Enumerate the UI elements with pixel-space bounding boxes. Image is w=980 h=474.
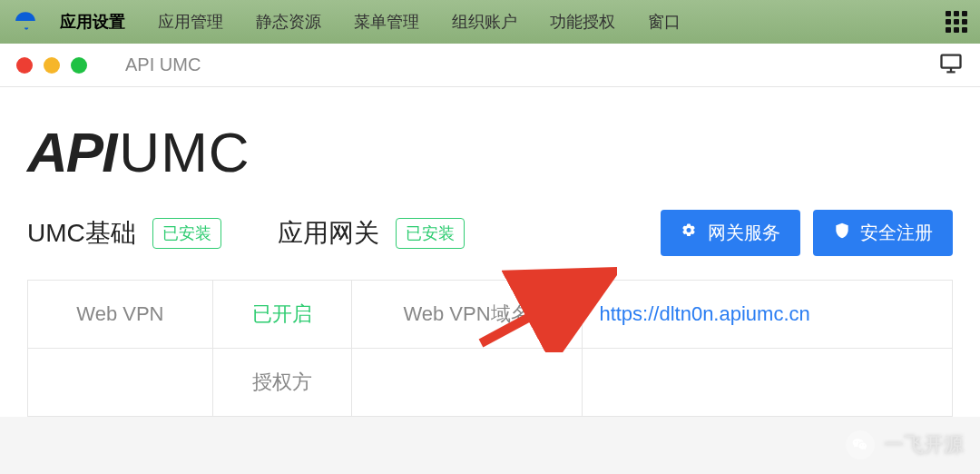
wechat-icon (846, 430, 875, 459)
cell-authorizer-label: 授权方 (212, 349, 351, 417)
menu-app-settings[interactable]: 应用设置 (47, 5, 138, 38)
watermark-text: 一飞开源 (884, 431, 964, 459)
menu-org-account[interactable]: 组织账户 (439, 5, 530, 38)
cell-webvpn-domain-label: Web VPN域名 (351, 281, 583, 349)
top-menubar: 应用设置 应用管理 静态资源 菜单管理 组织账户 功能授权 窗口 (0, 0, 980, 44)
maximize-dot[interactable] (71, 57, 87, 74)
cell-empty (351, 349, 583, 417)
gateway-service-button[interactable]: 网关服务 (661, 210, 800, 256)
umc-basic-label: UMC基础 (27, 216, 136, 251)
table-row: 授权方 (28, 349, 953, 417)
cell-empty (583, 349, 953, 417)
info-table: Web VPN 已开启 Web VPN域名 https://dltn0n.api… (27, 280, 953, 417)
gateway-service-label: 网关服务 (708, 221, 780, 245)
menu-menu-manage[interactable]: 菜单管理 (341, 5, 432, 38)
window-title: API UMC (125, 54, 201, 75)
monitor-icon[interactable] (938, 51, 964, 80)
content-area: APIUMC UMC基础 已安装 应用网关 已安装 网关服务 安全注册 Web … (0, 87, 980, 417)
menu-window[interactable]: 窗口 (635, 5, 693, 38)
cell-webvpn-status: 已开启 (212, 281, 351, 349)
status-row: UMC基础 已安装 应用网关 已安装 网关服务 安全注册 (27, 210, 953, 256)
svg-rect-0 (942, 54, 961, 67)
app-gateway-status-tag: 已安装 (396, 218, 465, 249)
shield-icon (833, 222, 851, 244)
close-dot[interactable] (16, 57, 33, 74)
menu-static-resources[interactable]: 静态资源 (243, 5, 334, 38)
minimize-dot[interactable] (44, 57, 60, 74)
cell-webvpn-label: Web VPN (28, 281, 213, 349)
menu-app-manage[interactable]: 应用管理 (145, 5, 236, 38)
brand-logo: APIUMC (27, 120, 953, 184)
cell-empty (28, 349, 213, 417)
brand-api: API (27, 121, 115, 183)
gears-icon (681, 222, 699, 244)
cell-webvpn-domain-link[interactable]: https://dltn0n.apiumc.cn (583, 281, 953, 349)
menu-feature-auth[interactable]: 功能授权 (537, 5, 628, 38)
umbrella-icon[interactable] (11, 7, 40, 36)
watermark: 一飞开源 (846, 430, 964, 459)
app-gateway-label: 应用网关 (278, 216, 379, 251)
table-row: Web VPN 已开启 Web VPN域名 https://dltn0n.api… (28, 281, 953, 349)
secure-register-button[interactable]: 安全注册 (813, 210, 953, 256)
brand-umc: UMC (119, 121, 250, 183)
window-header: API UMC (0, 44, 980, 87)
secure-register-label: 安全注册 (860, 221, 933, 245)
apps-grid-icon[interactable] (944, 9, 969, 35)
umc-basic-status-tag: 已安装 (152, 218, 221, 249)
